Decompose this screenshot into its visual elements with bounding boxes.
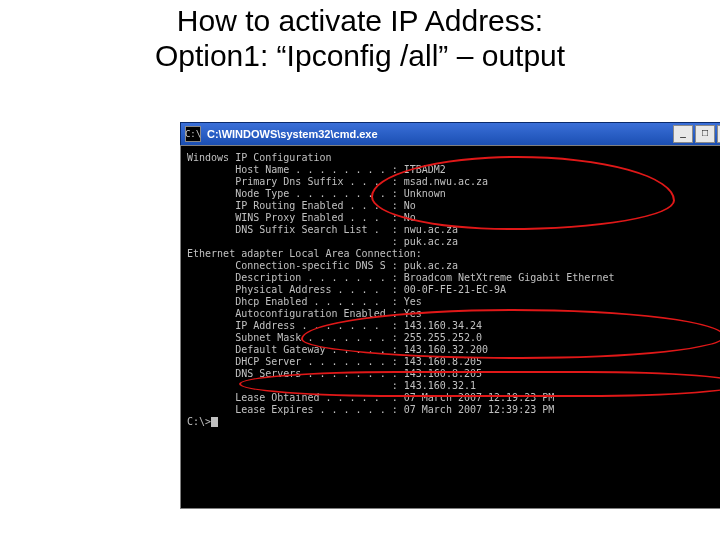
adapter-row: Connection-specific DNS S : puk.ac.za [187,260,720,272]
cfg-row: Node Type . . . . . . . . : Unknown [187,188,720,200]
adapter-row: Lease Expires . . . . . . : 07 March 200… [187,404,720,416]
adapter-row: Subnet Mask . . . . . . . : 255.255.252.… [187,332,720,344]
maximize-button[interactable]: □ [695,125,715,143]
cfg-row: Primary Dns Suffix . . . : msad.nwu.ac.z… [187,176,720,188]
prompt-line[interactable]: C:\> [187,416,720,428]
window-titlebar[interactable]: C:\ C:\WINDOWS\system32\cmd.exe _ □ × [180,122,720,145]
terminal-output[interactable]: Windows IP Configuration Host Name . . .… [180,145,720,509]
cfg-row: Host Name . . . . . . . . : ITBADM2 [187,164,720,176]
cmd-window: C:\ C:\WINDOWS\system32\cmd.exe _ □ × Wi… [180,122,720,509]
cfg-row: DNS Suffix Search List . : nwu.ac.za [187,224,720,236]
title-line-1: How to activate IP Address: [177,4,543,37]
minimize-button[interactable]: _ [673,125,693,143]
adapter-row: Default Gateway . . . . . : 143.160.32.2… [187,344,720,356]
cfg-row: : puk.ac.za [187,236,720,248]
adapter-row: Description . . . . . . . : Broadcom Net… [187,272,720,284]
ipconfig-header: Windows IP Configuration [187,152,720,164]
cfg-row: WINS Proxy Enabled . . . : No [187,212,720,224]
prompt: C:\> [187,416,211,428]
slide-title: How to activate IP Address: Option1: “Ip… [0,0,720,73]
adapter-row: Physical Address . . . . : 00-0F-FE-21-E… [187,284,720,296]
adapter-header: Ethernet adapter Local Area Connection: [187,248,720,260]
adapter-row: Autoconfiguration Enabled : Yes [187,308,720,320]
cmd-icon: C:\ [185,126,201,142]
adapter-row: Dhcp Enabled . . . . . . : Yes [187,296,720,308]
window-title: C:\WINDOWS\system32\cmd.exe [205,128,673,140]
adapter-row: Lease Obtained . . . . . : 07 March 2007… [187,392,720,404]
adapter-row: : 143.160.32.1 [187,380,720,392]
cfg-row: IP Routing Enabled . . . : No [187,200,720,212]
adapter-row: IP Address . . . . . . . : 143.160.34.24 [187,320,720,332]
adapter-row: DNS Servers . . . . . . . : 143.160.8.20… [187,368,720,380]
cursor [211,417,218,427]
title-line-2: Option1: “Ipconfig /all” – output [155,39,565,72]
adapter-row: DHCP Server . . . . . . . : 143.160.8.20… [187,356,720,368]
